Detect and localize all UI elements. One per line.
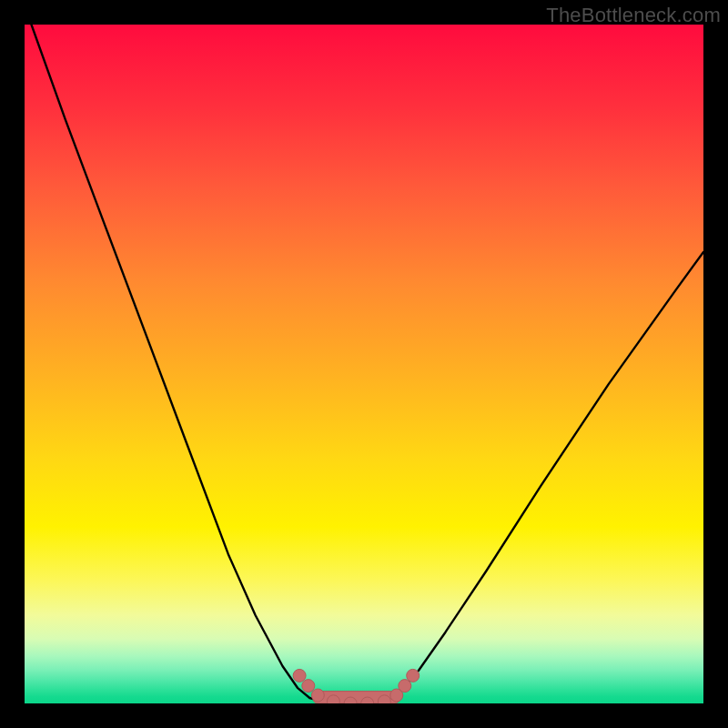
trough-marker xyxy=(407,669,420,682)
chart-stage: TheBottleneck.com xyxy=(0,0,728,728)
trough-marker xyxy=(311,689,324,702)
trough-marker xyxy=(302,680,315,693)
curve-layer xyxy=(25,25,703,703)
trough-marker xyxy=(361,697,374,703)
trough-marker xyxy=(293,669,306,682)
trough-floor-bar xyxy=(313,692,399,703)
trough-marker xyxy=(378,695,390,703)
trough-marker xyxy=(327,695,339,703)
trough-marker xyxy=(344,697,357,703)
trough-markers xyxy=(293,669,420,703)
plot-area xyxy=(25,25,703,703)
trough-marker xyxy=(390,689,403,702)
watermark-text: TheBottleneck.com xyxy=(546,4,721,27)
trough-marker xyxy=(399,680,411,693)
bottleneck-curve xyxy=(32,25,704,703)
